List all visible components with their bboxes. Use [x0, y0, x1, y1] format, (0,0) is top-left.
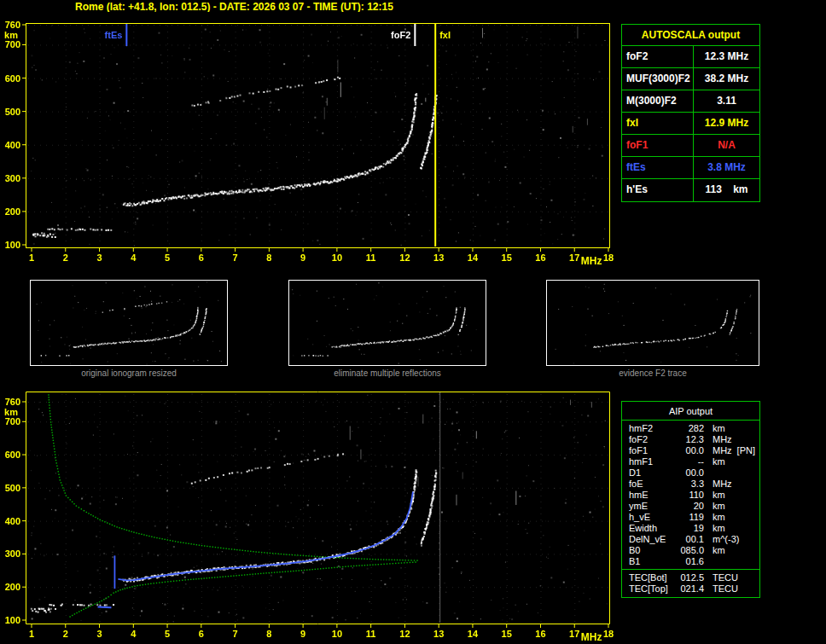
station-header: Rome (lat: +41.8, lon: 012.5) - DATE: 20…	[75, 1, 393, 13]
parameter-note: [PN]	[737, 445, 759, 456]
parameter-unit: TECU	[704, 572, 738, 583]
parameter-value: 20	[673, 501, 704, 512]
aip-row-yme: ymE20km	[622, 501, 759, 512]
parameter-name: foF2	[622, 434, 673, 445]
thumbnail-caption-eliminate: eliminate multiple reflections	[288, 368, 486, 378]
parameter-name: D1	[622, 467, 673, 479]
parameter-value: 38.2 MHz	[694, 68, 759, 90]
parameter-unit: m^(-3)	[704, 534, 739, 545]
aip-tec-row-tec[top]: TEC[Top]021.4TECU	[622, 583, 759, 595]
aip-table-rows: hmF2282kmfoF212.3MHzfoF100.0MHz[PN]hmF1-…	[622, 421, 759, 569]
parameter-name: TEC[Top]	[622, 583, 673, 595]
top-ionogram-plot	[0, 12, 618, 268]
aip-row-b1: B101.6	[622, 556, 759, 567]
thumbnail-caption-original: original ionogram resized	[30, 368, 228, 378]
parameter-value: 00.0	[673, 467, 704, 479]
aip-row-d1: D100.0	[622, 467, 759, 479]
aip-tec-rows: TEC[Bot]012.5TECUTEC[Top]021.4TECU	[622, 569, 759, 597]
aip-row-ewidth: Ewidth19km	[622, 523, 759, 534]
aip-row-hmf2: hmF2282km	[622, 423, 759, 434]
autoscala-row-fxi: fxI12.9 MHz	[622, 113, 759, 135]
parameter-unit	[704, 467, 713, 479]
parameter-name: TEC[Bot]	[622, 572, 673, 583]
autoscala-row-fof1: foF1N/A	[622, 135, 759, 157]
parameter-value: 3.8 MHz	[694, 157, 759, 178]
aip-row-hmf1: hmF1--km	[622, 456, 759, 467]
thumbnail-caption-evidence: evidence F2 trace	[546, 368, 759, 378]
parameter-unit: km	[704, 523, 725, 534]
autoscala-table-rows: foF212.3 MHzMUF(3000)F238.2 MHzM(3000)F2…	[622, 46, 759, 201]
parameter-name: h_vE	[622, 512, 673, 523]
parameter-name: foF2	[622, 46, 694, 67]
aip-row-fof1: foF100.0MHz[PN]	[622, 445, 759, 456]
parameter-name: ymE	[622, 501, 673, 512]
autoscala-output-table: AUTOSCALA output foF212.3 MHzMUF(3000)F2…	[621, 24, 760, 202]
parameter-value: 012.5	[673, 572, 704, 583]
parameter-unit: km	[704, 545, 725, 556]
aip-row-deln_ve: DelN_vE00.1m^(-3)	[622, 534, 759, 545]
aip-tec-row-tec[bot]: TEC[Bot]012.5TECU	[622, 572, 759, 583]
parameter-name: B0	[622, 545, 673, 556]
autoscala-row-h'es: h'Es113 km	[622, 179, 759, 201]
parameter-value: 00.0	[673, 445, 704, 456]
parameter-value: 119	[673, 512, 704, 523]
parameter-value: 12.3	[673, 434, 704, 445]
parameter-unit: MHz	[704, 479, 732, 490]
parameter-value: 01.6	[673, 556, 704, 567]
parameter-unit: km	[704, 490, 725, 501]
parameter-name: MUF(3000)F2	[622, 68, 694, 90]
thumbnail-eliminate-reflections	[288, 280, 486, 366]
aip-row-b0: B0085.0km	[622, 545, 759, 556]
parameter-value: 3.3	[673, 479, 704, 490]
aip-table-title: AIP output	[622, 402, 759, 421]
aip-row-h_ve: h_vE119km	[622, 512, 759, 523]
parameter-unit	[704, 556, 713, 567]
thumbnail-original-ionogram	[30, 280, 228, 366]
aip-output-table: AIP output hmF2282kmfoF212.3MHzfoF100.0M…	[621, 401, 760, 598]
parameter-name: B1	[622, 556, 673, 567]
parameter-name: foF1	[622, 135, 694, 156]
aip-row-fof2: foF212.3MHz	[622, 434, 759, 445]
autoscala-row-fof2: foF212.3 MHz	[622, 46, 759, 68]
parameter-value: 3.11	[694, 90, 759, 112]
bottom-profile-plot	[0, 381, 618, 644]
autoscala-table-title: AUTOSCALA output	[622, 25, 759, 46]
autoscala-app-window: Rome (lat: +41.8, lon: 012.5) - DATE: 20…	[0, 0, 826, 644]
parameter-unit: MHz	[704, 434, 732, 445]
parameter-value: 19	[673, 523, 704, 534]
aip-row-hme: hmE110km	[622, 490, 759, 501]
parameter-name: Ewidth	[622, 523, 673, 534]
aip-row-foe: foE3.3MHz	[622, 479, 759, 490]
parameter-name: h'Es	[622, 179, 694, 201]
parameter-unit: km	[704, 501, 725, 512]
parameter-value: 110	[673, 490, 704, 501]
parameter-value: 113 km	[694, 179, 759, 201]
parameter-name: foF1	[622, 445, 673, 456]
parameter-name: hmE	[622, 490, 673, 501]
parameter-value: 282	[673, 423, 704, 434]
parameter-value: 12.9 MHz	[694, 113, 759, 134]
parameter-name: foE	[622, 479, 673, 490]
autoscala-row-m(3000)f2: M(3000)F23.11	[622, 90, 759, 113]
thumbnail-evidence-f2-trace	[546, 280, 759, 366]
parameter-name: fxI	[622, 113, 694, 134]
parameter-name: hmF1	[622, 456, 673, 467]
autoscala-row-ftes: ftEs3.8 MHz	[622, 157, 759, 179]
parameter-name: ftEs	[622, 157, 694, 178]
parameter-unit: MHz	[704, 445, 732, 456]
parameter-unit: TECU	[704, 583, 738, 595]
parameter-name: hmF2	[622, 423, 673, 434]
parameter-value: 00.1	[673, 534, 704, 545]
autoscala-row-muf(3000)f2: MUF(3000)F238.2 MHz	[622, 68, 759, 90]
parameter-value: 12.3 MHz	[694, 46, 759, 67]
parameter-unit: km	[704, 456, 725, 467]
parameter-value: 085.0	[673, 545, 704, 556]
parameter-unit: km	[704, 423, 725, 434]
parameter-name: DelN_vE	[622, 534, 673, 545]
parameter-value: 021.4	[673, 583, 704, 595]
parameter-value: --	[673, 456, 704, 467]
parameter-value: N/A	[694, 135, 759, 156]
parameter-unit: km	[704, 512, 725, 523]
parameter-name: M(3000)F2	[622, 90, 694, 112]
